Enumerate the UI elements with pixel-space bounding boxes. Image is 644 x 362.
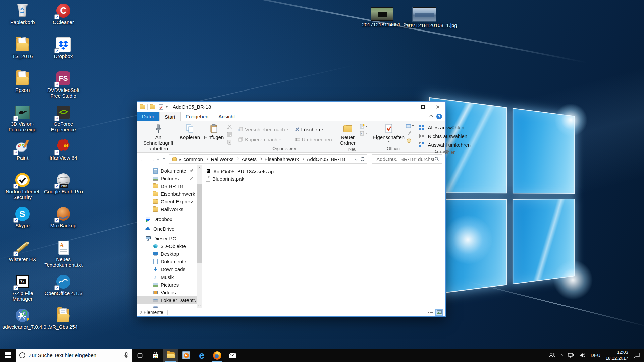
edit-icon[interactable] <box>406 130 412 136</box>
desktop-icon-irfanview[interactable]: 64 ↗ IrfanView 64 <box>43 138 84 172</box>
qat-customize-icon[interactable] <box>166 106 168 108</box>
desktop-image-file-1[interactable]: 20171218114051_2.jpg <box>362 7 402 28</box>
details-view-button[interactable] <box>427 309 434 316</box>
media-player-button[interactable] <box>178 349 194 362</box>
select-none-button[interactable]: Nichts auswählen <box>419 133 471 139</box>
desktop-icon-papierkorb[interactable]: Papierkorb <box>2 3 43 37</box>
store-button[interactable] <box>148 349 163 362</box>
firefox-button[interactable] <box>209 349 225 362</box>
back-button[interactable]: ← <box>139 156 147 162</box>
scroll-down-icon[interactable] <box>199 302 200 308</box>
qat-properties-icon[interactable] <box>158 104 164 110</box>
desktop-icon-ts-2016[interactable]: TS_2016 <box>2 37 43 70</box>
desktop-icon-textdokument[interactable]: A Neues Textdokument.txt <box>43 240 84 274</box>
copy-to-button[interactable]: Kopieren nach <box>238 137 288 142</box>
task-view-button[interactable] <box>132 349 148 362</box>
sidebar-item-dropbox[interactable]: Dropbox <box>137 215 197 223</box>
sidebar-item-videos[interactable]: Videos <box>137 289 197 296</box>
desktop-icon-mozbackup[interactable]: ↗ MozBackup <box>43 206 84 240</box>
edge-button[interactable]: e <box>194 349 209 362</box>
file-explorer-button[interactable] <box>163 349 178 362</box>
search-icon[interactable] <box>434 157 439 161</box>
desktop-icon-ccleaner[interactable]: C ↗ CCleaner <box>43 3 84 37</box>
start-button[interactable] <box>0 349 16 362</box>
breadcrumb-eisenbahnwerk[interactable]: Eisenbahnwerk <box>264 156 300 162</box>
volume-icon[interactable] <box>579 353 586 358</box>
refresh-icon[interactable] <box>360 157 365 162</box>
sidebar-item-railworks[interactable]: RailWorks <box>137 205 197 213</box>
desktop-icon-vr-gbs[interactable]: VR_Gbs 254 <box>43 307 84 341</box>
desktop-image-file-2[interactable]: 20171218120108_1.jpg <box>403 7 445 28</box>
desktop-icon-openoffice[interactable]: ↗ OpenOffice 4.1.3 <box>43 274 84 307</box>
sidebar-item-desktop[interactable]: Desktop <box>137 250 197 258</box>
desktop-icon-skype[interactable]: S ↗ Skype <box>2 206 43 240</box>
sidebar-item-downloads[interactable]: Downloads <box>137 265 197 273</box>
desktop-icon-dropbox[interactable]: ↗ Dropbox <box>43 37 84 70</box>
file-row-blueprints[interactable]: Blueprints.pak <box>206 175 445 182</box>
network-icon[interactable] <box>568 353 574 358</box>
recent-locations-icon[interactable] <box>157 158 159 160</box>
help-icon[interactable]: ? <box>436 114 442 119</box>
paste-shortcut-icon[interactable] <box>226 139 232 145</box>
history-icon[interactable] <box>406 138 412 144</box>
tab-start[interactable]: Start <box>159 112 181 121</box>
language-indicator[interactable]: DEU <box>591 353 601 358</box>
mail-button[interactable] <box>225 349 240 362</box>
microphone-icon[interactable] <box>124 352 129 359</box>
thumbnail-view-button[interactable] <box>435 309 443 316</box>
pin-to-quick-access-button[interactable]: An Schnellzugriff anheften <box>140 123 177 152</box>
desktop-icon-7zip[interactable]: 7z ↗ 7-Zip File Manager <box>2 274 43 307</box>
breadcrumb-addon05-br-18[interactable]: AddOn05_BR-18 <box>306 156 346 162</box>
open-button[interactable] <box>406 124 414 128</box>
file-row-addon05[interactable]: 7z AddOn05_BR-18Assets.ap <box>206 168 445 175</box>
sidebar-item-db-br-18[interactable]: DB BR 18 <box>137 182 197 190</box>
scrollbar-thumb[interactable] <box>197 184 202 263</box>
invert-selection-button[interactable]: Auswahl umkehren <box>419 142 471 148</box>
address-box[interactable]: « common RailWorks Assets Eisenbahnwerk … <box>169 154 367 164</box>
sidebar-item-partial[interactable] <box>137 304 197 308</box>
maximize-button[interactable] <box>415 102 430 112</box>
desktop-icon-google-earth[interactable]: ↗ PRO Google Earth Pro <box>43 172 84 206</box>
tab-datei[interactable]: Datei <box>137 112 159 121</box>
sidebar-item-lokaler-datentraeger-c[interactable]: Lokaler Datenträger (C:) <box>137 296 197 304</box>
sidebar-item-pictures-quick[interactable]: Pictures <box>137 175 197 182</box>
people-icon[interactable] <box>549 353 555 358</box>
collapse-ribbon-icon[interactable] <box>430 115 433 118</box>
desktop-icon-adwcleaner[interactable]: adwcleaner_7.0.4.0.... <box>2 307 43 341</box>
minimize-button[interactable] <box>400 102 415 112</box>
scrollbar-track[interactable] <box>197 171 202 302</box>
qat-new-folder-icon[interactable] <box>150 104 156 110</box>
scroll-up-icon[interactable] <box>199 165 200 171</box>
cut-icon[interactable] <box>226 124 232 130</box>
sidebar-item-3d-objekte[interactable]: 3D-Objekte <box>137 242 197 250</box>
properties-button[interactable]: Eigenschaften <box>373 123 405 143</box>
select-all-button[interactable]: Alles auswählen <box>419 125 471 130</box>
sidebar-item-orient-express[interactable]: Orient-Express <box>137 198 197 205</box>
move-to-button[interactable]: Verschieben nach <box>238 127 288 132</box>
sidebar-item-pictures[interactable]: Pictures <box>137 281 197 289</box>
easy-access-button[interactable] <box>360 131 368 136</box>
rename-button[interactable]: Umbenennen <box>295 137 332 142</box>
desktop-icon-paint[interactable]: ↗ Paint <box>2 138 43 172</box>
breadcrumb-common[interactable]: common <box>183 156 204 162</box>
sidebar-item-dokumente[interactable]: Dokumente <box>137 258 197 265</box>
copy-button[interactable]: Kopieren <box>178 123 201 141</box>
sidebar-item-musik[interactable]: ♪ Musik <box>137 273 197 281</box>
action-center-icon[interactable] <box>633 352 640 358</box>
sidebar-item-onedrive[interactable]: OneDrive <box>137 225 197 233</box>
sidebar-item-dieser-pc[interactable]: Dieser PC <box>137 235 197 242</box>
tab-ansicht[interactable]: Ansicht <box>213 112 240 121</box>
forward-button[interactable]: → <box>148 156 156 162</box>
search-box[interactable]: "AddOn05_BR-18" durchsuchen <box>372 154 442 164</box>
breadcrumb-railworks[interactable]: RailWorks <box>210 156 234 162</box>
delete-button[interactable]: Löschen <box>295 127 332 132</box>
desktop-icon-3d-vision[interactable]: ↗ 3D Vision-Fotoanzeige <box>2 104 43 138</box>
hidden-icons-chevron[interactable] <box>560 354 562 356</box>
desktop-icon-wisterer[interactable]: ↗ Wisterer HX <box>2 240 43 274</box>
address-dropdown-icon[interactable] <box>355 158 358 160</box>
sidebar-item-dokumente-quick[interactable]: Dokumente <box>137 167 197 175</box>
desktop-icon-epson[interactable]: Epson <box>2 70 43 104</box>
sidebar-item-eisenbahnwerk[interactable]: Eisenbahnwerk <box>137 190 197 198</box>
sidebar-scrollbar[interactable] <box>197 165 202 308</box>
taskbar-search-box[interactable]: Zur Suche Text hier eingeben <box>16 349 132 362</box>
